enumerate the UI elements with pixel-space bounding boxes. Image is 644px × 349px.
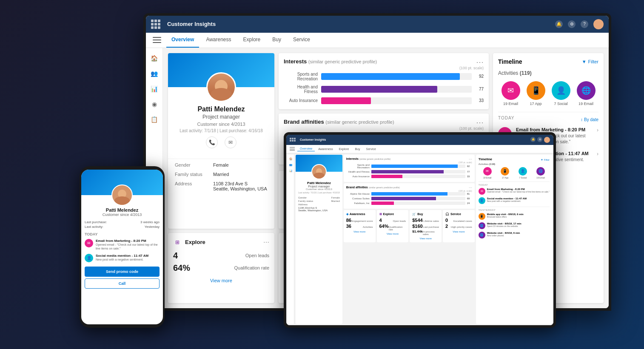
tablet-activity: Last activity: 7/1/18 | Last purchase: 4… bbox=[298, 191, 340, 194]
settings-icon[interactable]: ⚙ bbox=[568, 20, 576, 28]
tablet-tab-explore[interactable]: Explore bbox=[336, 147, 352, 151]
tablet-sidebar-charts[interactable]: 📊 bbox=[288, 168, 294, 173]
tablet-tl-web1-icon: 🌐 bbox=[479, 222, 485, 229]
tablet-brand-more[interactable]: ⋯ bbox=[469, 186, 472, 190]
tablet-bar-contoso: Contoso Suites 69 bbox=[346, 197, 472, 200]
tablet-bar-sports: Sports and Recreation 92 bbox=[346, 164, 472, 169]
email-activity-label: 19 Email bbox=[503, 102, 518, 106]
tablet-tl-mobile-desc: Browsed latest offers bbox=[487, 216, 550, 218]
tablet-inprocess-label: In-process sales bbox=[423, 230, 439, 236]
profile-role: Project manager bbox=[175, 114, 268, 120]
tablet-activities-header: Activities (119) bbox=[479, 163, 550, 165]
tablet-profile: Patti Melendez Project manager Customer … bbox=[296, 155, 342, 324]
sidebar-people[interactable]: 👥 bbox=[148, 67, 161, 80]
filter-button[interactable]: ▼ Filter bbox=[582, 59, 598, 64]
tablet-profile-role: Project manager bbox=[298, 185, 340, 188]
tablet-explore-title: ⊞ Explore bbox=[379, 213, 406, 216]
send-promo-button[interactable]: Send promo code bbox=[85, 267, 160, 277]
phone-social-desc: New post with a negative sentiment. bbox=[96, 258, 160, 261]
explore-qual-row: 64% Qualification rate bbox=[173, 263, 269, 273]
profile-info: Patti Melendez Project manager Customer … bbox=[168, 102, 274, 159]
tablet-lastpurchase-num: $160 bbox=[412, 224, 422, 229]
tablet-avatar[interactable] bbox=[544, 137, 550, 143]
tab-buy[interactable]: Buy bbox=[267, 32, 286, 48]
app-activity: 📱 17 App bbox=[527, 81, 545, 106]
tablet-highpri-num: 2 bbox=[445, 224, 448, 229]
user-avatar[interactable] bbox=[593, 19, 604, 29]
tablet-tab-awareness[interactable]: Awareness bbox=[316, 147, 336, 151]
tablet-service-viewmore[interactable]: View more bbox=[445, 230, 472, 233]
tablet-buy-card: 🛒 Buy $544 Lifetime sales $160 Last purc… bbox=[410, 210, 442, 242]
email-item-chevron[interactable]: › bbox=[597, 127, 598, 133]
profile-contact: 📞 ✉ bbox=[175, 136, 268, 148]
tablet-profile-info: Patti Melendez Project manager Customer … bbox=[296, 179, 342, 196]
app-activity-icon: 📱 bbox=[527, 81, 545, 100]
tablet-bell-icon[interactable]: 🔔 bbox=[530, 137, 536, 142]
tablet-buy-viewmore[interactable]: View more bbox=[412, 237, 439, 240]
help-icon[interactable]: ? bbox=[581, 20, 588, 28]
profile-card: Patti Melendez Project manager Customer … bbox=[168, 53, 274, 229]
phone-email-text: Email from Marketing - 8:20 PM Opened em… bbox=[96, 239, 160, 250]
tablet-brand-card: Brand affinities (similar generic predic… bbox=[344, 183, 475, 209]
social-item-chevron[interactable]: › bbox=[597, 151, 598, 157]
tablet-lastpurchase-row: $160 Last purchase bbox=[412, 224, 439, 229]
tablet-settings-icon[interactable]: ⚙ bbox=[537, 137, 542, 142]
family-label: Family status bbox=[175, 172, 213, 177]
tablet-track-sports bbox=[371, 165, 465, 168]
tab-overview[interactable]: Overview bbox=[166, 32, 199, 48]
email-activity: ✉ 19 Email bbox=[502, 81, 520, 106]
tab-awareness[interactable]: Awareness bbox=[201, 32, 236, 48]
tablet-tl-social: 👤 Social media mention - 11:47 AM New po… bbox=[479, 197, 550, 204]
activities-header: Activities (119) bbox=[498, 70, 598, 76]
tablet-interests-card: Interests (similar generic predictive pr… bbox=[344, 155, 475, 182]
tablet-awareness-card: ◈ Awareness 86 Engagement score 36 Activ… bbox=[344, 210, 376, 242]
tablet-brand-chart: Alpine Ski House 81 Contoso Suites bbox=[346, 192, 472, 205]
tablet-sidebar-home[interactable]: 🏠 bbox=[288, 156, 294, 162]
sidebar-home[interactable]: 🏠 bbox=[148, 51, 161, 65]
call-button[interactable]: Call bbox=[85, 278, 160, 289]
phone-icon[interactable]: 📞 bbox=[206, 136, 218, 148]
tablet-sidebar-people[interactable]: 👥 bbox=[288, 162, 294, 167]
tablet-email-activity: ✉ 19 Email bbox=[483, 167, 492, 179]
tablet-explore-viewmore[interactable]: View more bbox=[379, 233, 406, 235]
tablet-fill-sports bbox=[371, 165, 458, 168]
tablet-tab-service[interactable]: Service bbox=[364, 147, 379, 151]
phone-profile-name: Patti Melendez bbox=[85, 207, 160, 213]
tab-explore[interactable]: Explore bbox=[238, 32, 266, 48]
tablet-tab-overview[interactable]: Overview bbox=[297, 146, 315, 151]
explore-view-more[interactable]: View more bbox=[173, 278, 269, 283]
bar-val-sports: 92 bbox=[475, 74, 484, 79]
sidebar-activities[interactable]: ◉ bbox=[148, 97, 161, 111]
tablet-eng-label: Engagement score bbox=[351, 220, 373, 222]
phone-screen: Patti Melendez Customer since 4/2013 Las… bbox=[81, 170, 163, 324]
bell-icon[interactable]: 🔔 bbox=[555, 20, 563, 28]
tablet-nav: Overview Awareness Explore Buy Service bbox=[286, 145, 553, 153]
tablet-fill-auto bbox=[371, 175, 402, 178]
tablet-tl-social-content: Social media mention - 11:47 AM New post… bbox=[487, 197, 550, 202]
tablet-filter-button[interactable]: ▼ Filter bbox=[541, 159, 550, 161]
sort-button[interactable]: ↕ By date bbox=[581, 117, 598, 122]
email-activity-icon: ✉ bbox=[502, 81, 520, 100]
tablet-lastpurchase-label: Last purchase bbox=[423, 226, 439, 228]
email-icon[interactable]: ✉ bbox=[225, 136, 237, 148]
brand-more-icon[interactable]: ⋯ bbox=[476, 119, 484, 126]
tablet-device: Customer Insights 🔔 ⚙ Overview Awareness… bbox=[284, 132, 556, 328]
interests-more-icon[interactable]: ⋯ bbox=[476, 58, 484, 66]
tablet-tab-buy[interactable]: Buy bbox=[352, 147, 362, 151]
hamburger-icon[interactable] bbox=[153, 37, 161, 43]
tablet-timeline: Timeline ▼ Filter Activities (119) ✉ 19 … bbox=[476, 155, 552, 324]
explore-more-icon[interactable]: ⋯ bbox=[263, 239, 269, 246]
tab-service[interactable]: Service bbox=[288, 32, 315, 48]
tablet-awareness-viewmore[interactable]: View more bbox=[346, 230, 373, 233]
tablet-screen: Customer Insights 🔔 ⚙ Overview Awareness… bbox=[286, 135, 553, 325]
tablet-lifetime-num: $544 bbox=[412, 218, 422, 223]
app-activity-label: 17 App bbox=[530, 102, 541, 106]
profile-customer-since: Customer since 4/2013 bbox=[175, 122, 268, 127]
sidebar-segments[interactable]: 📊 bbox=[148, 82, 161, 96]
tablet-interests-more[interactable]: ⋯ bbox=[469, 157, 472, 161]
tablet-service-title: 🎧 Service bbox=[445, 213, 472, 216]
tablet-qual-num: 64% bbox=[379, 224, 389, 229]
sidebar-measures[interactable]: 📋 bbox=[148, 113, 161, 126]
phone-timeline-social: 👤 Social media mention - 11:47 AM New po… bbox=[81, 252, 163, 264]
phone-device: Patti Melendez Customer since 4/2013 Las… bbox=[80, 166, 165, 328]
